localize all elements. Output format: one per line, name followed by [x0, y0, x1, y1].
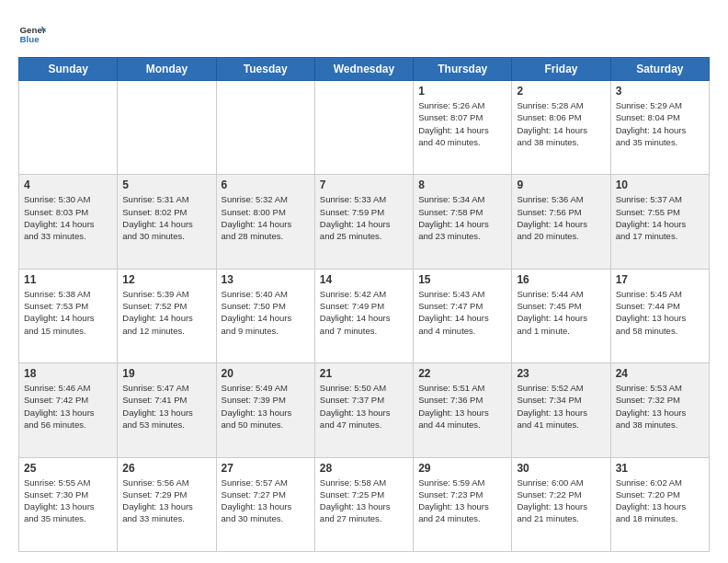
day-cell-3: 3Sunrise: 5:29 AMSunset: 8:04 PMDaylight… — [610, 81, 709, 175]
day-number: 30 — [517, 462, 605, 475]
day-info: Sunrise: 5:50 AMSunset: 7:37 PMDaylight:… — [320, 382, 408, 431]
day-number: 28 — [320, 462, 408, 475]
day-number: 21 — [320, 367, 408, 380]
day-number: 25 — [24, 462, 112, 475]
day-number: 29 — [418, 462, 506, 475]
day-number: 9 — [517, 178, 605, 191]
day-number: 6 — [222, 178, 310, 191]
day-number: 27 — [222, 462, 310, 475]
day-info: Sunrise: 5:33 AMSunset: 7:59 PMDaylight:… — [320, 193, 408, 242]
day-number: 22 — [418, 367, 506, 380]
day-number: 17 — [616, 273, 704, 286]
day-cell-31: 31Sunrise: 6:02 AMSunset: 7:20 PMDayligh… — [610, 457, 709, 551]
day-info: Sunrise: 5:39 AMSunset: 7:52 PMDaylight:… — [122, 288, 210, 337]
week-row-2: 4Sunrise: 5:30 AMSunset: 8:03 PMDaylight… — [19, 175, 710, 269]
day-cell-22: 22Sunrise: 5:51 AMSunset: 7:36 PMDayligh… — [414, 363, 512, 457]
day-info: Sunrise: 5:44 AMSunset: 7:45 PMDaylight:… — [517, 288, 605, 337]
day-info: Sunrise: 5:40 AMSunset: 7:50 PMDaylight:… — [222, 288, 310, 337]
day-info: Sunrise: 5:37 AMSunset: 7:55 PMDaylight:… — [616, 193, 704, 242]
day-info: Sunrise: 6:02 AMSunset: 7:20 PMDaylight:… — [616, 477, 704, 525]
day-cell-8: 8Sunrise: 5:34 AMSunset: 7:58 PMDaylight… — [414, 175, 512, 269]
day-cell-14: 14Sunrise: 5:42 AMSunset: 7:49 PMDayligh… — [314, 269, 413, 362]
day-number: 16 — [517, 273, 605, 286]
day-number: 10 — [616, 178, 704, 191]
day-cell-21: 21Sunrise: 5:50 AMSunset: 7:37 PMDayligh… — [314, 363, 413, 457]
day-number: 20 — [222, 367, 310, 380]
header: General Blue — [18, 17, 710, 48]
empty-cell — [314, 81, 413, 175]
logo: General Blue — [18, 20, 50, 48]
day-info: Sunrise: 5:59 AMSunset: 7:23 PMDaylight:… — [418, 477, 506, 525]
day-number: 26 — [122, 462, 210, 475]
day-info: Sunrise: 5:28 AMSunset: 8:06 PMDaylight:… — [517, 99, 605, 148]
day-info: Sunrise: 6:00 AMSunset: 7:22 PMDaylight:… — [517, 477, 605, 525]
week-row-3: 11Sunrise: 5:38 AMSunset: 7:53 PMDayligh… — [19, 269, 710, 362]
day-number: 13 — [222, 273, 310, 286]
day-info: Sunrise: 5:49 AMSunset: 7:39 PMDaylight:… — [222, 382, 310, 431]
day-info: Sunrise: 5:34 AMSunset: 7:58 PMDaylight:… — [418, 193, 506, 242]
day-header-friday: Friday — [512, 58, 610, 81]
day-cell-5: 5Sunrise: 5:31 AMSunset: 8:02 PMDaylight… — [118, 175, 216, 269]
day-cell-17: 17Sunrise: 5:45 AMSunset: 7:44 PMDayligh… — [610, 269, 709, 362]
day-cell-7: 7Sunrise: 5:33 AMSunset: 7:59 PMDaylight… — [314, 175, 413, 269]
day-info: Sunrise: 5:42 AMSunset: 7:49 PMDaylight:… — [320, 288, 408, 337]
day-number: 4 — [24, 178, 112, 191]
day-info: Sunrise: 5:29 AMSunset: 8:04 PMDaylight:… — [616, 99, 704, 148]
day-info: Sunrise: 5:45 AMSunset: 7:44 PMDaylight:… — [616, 288, 704, 337]
page: General Blue SundayMondayTuesdayWednesda… — [0, 0, 728, 563]
day-info: Sunrise: 5:46 AMSunset: 7:42 PMDaylight:… — [24, 382, 112, 431]
day-cell-26: 26Sunrise: 5:56 AMSunset: 7:29 PMDayligh… — [118, 457, 216, 551]
day-header-thursday: Thursday — [414, 58, 512, 81]
day-header-tuesday: Tuesday — [216, 58, 314, 81]
empty-cell — [118, 81, 216, 175]
day-cell-29: 29Sunrise: 5:59 AMSunset: 7:23 PMDayligh… — [414, 457, 512, 551]
week-row-4: 18Sunrise: 5:46 AMSunset: 7:42 PMDayligh… — [19, 363, 710, 457]
day-number: 24 — [616, 367, 704, 380]
header-row: SundayMondayTuesdayWednesdayThursdayFrid… — [19, 58, 710, 81]
day-cell-15: 15Sunrise: 5:43 AMSunset: 7:47 PMDayligh… — [414, 269, 512, 362]
day-info: Sunrise: 5:53 AMSunset: 7:32 PMDaylight:… — [616, 382, 704, 431]
day-number: 18 — [24, 367, 112, 380]
day-cell-19: 19Sunrise: 5:47 AMSunset: 7:41 PMDayligh… — [118, 363, 216, 457]
week-row-1: 1Sunrise: 5:26 AMSunset: 8:07 PMDaylight… — [19, 81, 710, 175]
day-cell-30: 30Sunrise: 6:00 AMSunset: 7:22 PMDayligh… — [512, 457, 610, 551]
day-cell-10: 10Sunrise: 5:37 AMSunset: 7:55 PMDayligh… — [610, 175, 709, 269]
day-info: Sunrise: 5:55 AMSunset: 7:30 PMDaylight:… — [24, 477, 112, 525]
day-info: Sunrise: 5:36 AMSunset: 7:56 PMDaylight:… — [517, 193, 605, 242]
day-number: 12 — [122, 273, 210, 286]
day-cell-23: 23Sunrise: 5:52 AMSunset: 7:34 PMDayligh… — [512, 363, 610, 457]
day-cell-25: 25Sunrise: 5:55 AMSunset: 7:30 PMDayligh… — [19, 457, 118, 551]
empty-cell — [19, 81, 118, 175]
day-cell-12: 12Sunrise: 5:39 AMSunset: 7:52 PMDayligh… — [118, 269, 216, 362]
day-number: 31 — [616, 462, 704, 475]
empty-cell — [216, 81, 314, 175]
day-info: Sunrise: 5:47 AMSunset: 7:41 PMDaylight:… — [122, 382, 210, 431]
day-info: Sunrise: 5:31 AMSunset: 8:02 PMDaylight:… — [122, 193, 210, 242]
day-number: 5 — [122, 178, 210, 191]
day-info: Sunrise: 5:43 AMSunset: 7:47 PMDaylight:… — [418, 288, 506, 337]
day-number: 11 — [24, 273, 112, 286]
day-cell-9: 9Sunrise: 5:36 AMSunset: 7:56 PMDaylight… — [512, 175, 610, 269]
day-cell-6: 6Sunrise: 5:32 AMSunset: 8:00 PMDaylight… — [216, 175, 314, 269]
day-number: 15 — [418, 273, 506, 286]
day-number: 2 — [517, 85, 605, 98]
day-info: Sunrise: 5:38 AMSunset: 7:53 PMDaylight:… — [24, 288, 112, 337]
day-cell-16: 16Sunrise: 5:44 AMSunset: 7:45 PMDayligh… — [512, 269, 610, 362]
day-info: Sunrise: 5:30 AMSunset: 8:03 PMDaylight:… — [24, 193, 112, 242]
day-info: Sunrise: 5:56 AMSunset: 7:29 PMDaylight:… — [122, 477, 210, 525]
day-info: Sunrise: 5:58 AMSunset: 7:25 PMDaylight:… — [320, 477, 408, 525]
calendar-table: SundayMondayTuesdayWednesdayThursdayFrid… — [18, 57, 710, 552]
svg-text:Blue: Blue — [20, 34, 40, 44]
day-cell-18: 18Sunrise: 5:46 AMSunset: 7:42 PMDayligh… — [19, 363, 118, 457]
day-info: Sunrise: 5:26 AMSunset: 8:07 PMDaylight:… — [418, 99, 506, 148]
day-number: 19 — [122, 367, 210, 380]
day-cell-2: 2Sunrise: 5:28 AMSunset: 8:06 PMDaylight… — [512, 81, 610, 175]
day-cell-27: 27Sunrise: 5:57 AMSunset: 7:27 PMDayligh… — [216, 457, 314, 551]
day-header-sunday: Sunday — [19, 58, 118, 81]
day-number: 14 — [320, 273, 408, 286]
day-info: Sunrise: 5:57 AMSunset: 7:27 PMDaylight:… — [222, 477, 310, 525]
day-info: Sunrise: 5:52 AMSunset: 7:34 PMDaylight:… — [517, 382, 605, 431]
day-number: 1 — [418, 85, 506, 98]
day-info: Sunrise: 5:51 AMSunset: 7:36 PMDaylight:… — [418, 382, 506, 431]
day-cell-1: 1Sunrise: 5:26 AMSunset: 8:07 PMDaylight… — [414, 81, 512, 175]
